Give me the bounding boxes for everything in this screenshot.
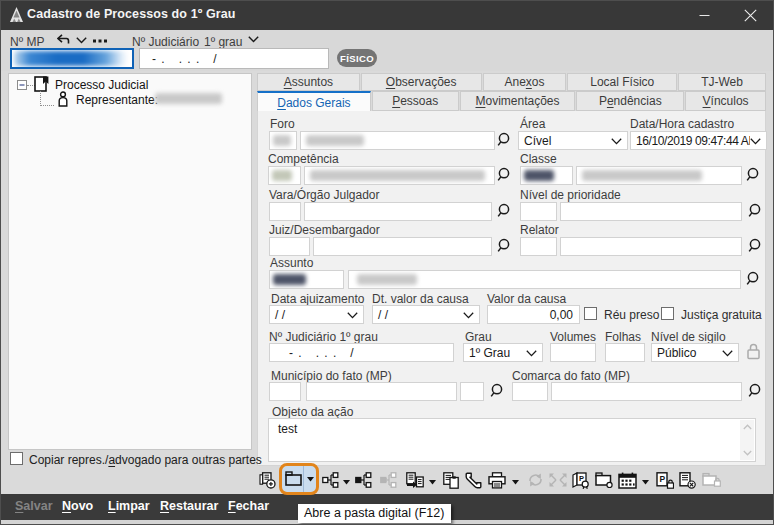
tab-pessoas[interactable]: Pessoas [372,91,459,111]
folder-record-icon[interactable] [595,472,613,488]
tree-node-label[interactable]: Representante: [76,93,158,107]
close-button[interactable] [727,0,773,30]
relator-input[interactable] [560,237,742,256]
copy-to-process-icon[interactable] [406,472,424,489]
assunto-code-input[interactable] [269,270,344,289]
comarca-search-icon[interactable] [748,383,764,399]
grau-chevron-down-icon[interactable] [248,36,259,43]
relator-code-input[interactable] [520,237,557,256]
reu-preso-checkbox[interactable] [584,307,597,320]
highlight-ring [279,463,319,495]
save-button[interactable]: Salvar [15,499,53,513]
grau-select[interactable]: 1º Grau [463,343,543,362]
data-ajuizamento-select[interactable]: / / [269,305,364,324]
municipio-search-icon[interactable] [490,383,506,399]
add-party-icon[interactable] [322,472,339,488]
foro-code-input[interactable] [269,131,297,150]
volumes-label: Volumes [550,330,596,344]
certificate-icon[interactable]: P [572,472,590,489]
assunto-input[interactable] [348,270,741,289]
vara-input[interactable] [304,202,492,221]
competencia-search-icon[interactable] [497,167,513,183]
copy-to-process-dropdown-icon[interactable] [429,480,436,485]
objeto-scrollbar[interactable] [740,420,754,460]
objeto-textarea[interactable]: test [268,418,756,462]
juiz-search-icon[interactable] [497,238,513,254]
tab-assuntos[interactable]: Assuntos [257,73,360,91]
tab-dados-gerais[interactable]: Dados Gerais [257,91,371,112]
prioridade-input[interactable] [560,202,742,221]
classe-code-input[interactable] [520,166,573,185]
clear-button[interactable]: Limpar [108,499,150,513]
tree-node-label[interactable]: Processo Judicial [55,78,148,92]
chevron-down-icon [722,350,733,357]
comarca-input[interactable] [551,382,742,401]
justica-gratuita-checkbox[interactable] [661,307,674,320]
phone-icon[interactable] [465,472,482,489]
add-party-dropdown-icon[interactable] [343,480,350,485]
document-cancel-icon[interactable] [679,472,696,489]
assunto-search-icon[interactable] [746,271,762,287]
municipio-extra-input[interactable] [460,382,484,401]
comarca-code-input[interactable] [512,382,548,401]
area-select[interactable]: Cível [518,131,628,150]
prioridade-code-input[interactable] [520,202,557,221]
dados-gerais-page: Foro Área Cível Data/Hora cadastro 16/10… [257,111,766,466]
foro-search-icon[interactable] [497,132,513,148]
juiz-input[interactable] [313,237,492,256]
data-hora-select[interactable]: 16/10/2019 09:47:44 AM [630,131,767,150]
scroll-up-icon[interactable] [743,424,752,430]
close-icon [744,9,757,22]
valor-causa-input[interactable]: 0,00 [487,305,580,324]
tab-pendencias[interactable]: Pendências [576,91,684,111]
close-window-button[interactable]: Fechar [228,499,269,513]
classe-search-icon[interactable] [746,167,762,183]
scroll-down-icon[interactable] [743,450,752,456]
tab-observacoes[interactable]: Observações [361,73,482,91]
calendar-dropdown-icon[interactable] [642,480,649,485]
municipio-input[interactable] [306,382,457,401]
document-lock-icon[interactable]: P [656,472,674,489]
juiz-code-input[interactable] [269,237,310,256]
undo-icon[interactable] [57,34,71,46]
mp-number-input[interactable] [10,48,134,69]
vara-search-icon[interactable] [497,203,513,219]
mp-chevron-down-icon[interactable] [76,37,87,44]
print-icon[interactable] [488,472,506,489]
folhas-input[interactable] [605,343,645,362]
application-window: Cadastro de Processos do 1º Grau Nº MP N… [0,0,774,525]
paste-copy-icon[interactable] [443,472,459,489]
tab-anexos[interactable]: Anexos [483,73,567,91]
new-button[interactable]: Novo [62,499,93,513]
party-structure-icon[interactable] [355,472,372,488]
tab-tj-web[interactable]: TJ-Web [678,73,766,91]
tab-movimentacoes[interactable]: Movimentações [460,91,576,111]
minimize-button[interactable] [681,0,727,30]
tab-vinculos[interactable]: Vínculos [685,91,766,111]
judiciario-number-input[interactable]: - . . . . / [139,48,329,69]
sigilo-select[interactable]: Público [651,343,739,362]
vara-code-input[interactable] [269,202,301,221]
copy-parties-checkbox[interactable] [10,452,23,465]
num-judiciario-input[interactable]: - . . . . / [269,343,454,362]
calendar-icon[interactable] [618,472,637,489]
foro-input[interactable] [300,131,495,150]
person-icon [55,91,71,107]
competencia-input[interactable] [304,166,495,185]
competencia-code-input[interactable] [268,166,301,185]
relator-search-icon[interactable] [748,238,764,254]
mp-number-label: Nº MP [10,35,44,49]
municipio-code-input[interactable] [269,382,301,401]
volumes-input[interactable] [550,343,596,362]
tab-local-fisico[interactable]: Local Físico [567,73,677,91]
valor-causa-label: Valor da causa [487,292,566,306]
classe-input[interactable] [576,166,742,185]
relator-label: Relator [520,223,559,237]
restore-button[interactable]: Restaurar [160,499,218,513]
new-document-icon[interactable] [259,472,276,489]
collapse-expander-icon[interactable] [17,80,27,90]
ellipsis-icon[interactable] [93,39,108,43]
prioridade-search-icon[interactable] [748,203,764,219]
dt-valor-causa-select[interactable]: / / [372,305,480,324]
print-dropdown-icon[interactable] [512,480,519,485]
